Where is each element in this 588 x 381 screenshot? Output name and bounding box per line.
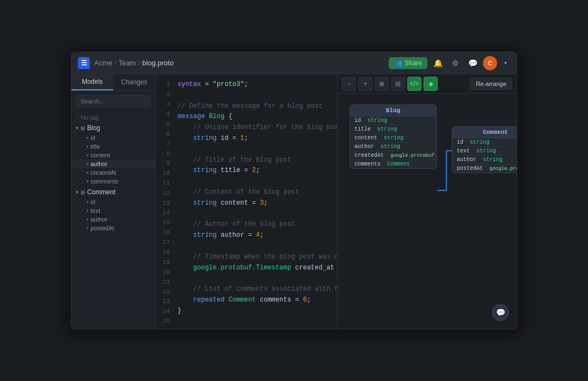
comment-field-text[interactable]: ▪text <box>71 206 155 215</box>
comment-field-author[interactable]: ▪author <box>71 215 155 224</box>
diagram-canvas: Blog id string title string content stri… <box>338 94 517 329</box>
blog-entity[interactable]: Blog id string title string content stri… <box>350 105 437 169</box>
code-line-16 <box>177 241 337 252</box>
main-content: Models Changes No tag ▾ ⊞ Blog <box>71 74 517 329</box>
code-line-5: // Unique identifier for the blog post <box>177 122 337 133</box>
comment-group-header[interactable]: ▾ ⊞ Comment <box>71 187 155 198</box>
code-line-20: // List of comments associated with the … <box>177 284 337 295</box>
code-line-6: string id = 1; <box>177 133 337 144</box>
code-line-12: string content = 3; <box>177 198 337 209</box>
chat-icon: 💬 <box>468 59 477 67</box>
code-line-22: } <box>177 306 337 317</box>
tab-changes[interactable]: Changes <box>113 74 155 90</box>
code-view-button[interactable]: </> <box>407 77 421 91</box>
avatar-button[interactable]: C <box>483 56 497 70</box>
grid-button[interactable]: ⊞ <box>391 77 405 91</box>
blog-entity-title: Blog <box>350 105 436 116</box>
comment-arrow-icon: ▾ <box>76 189 78 195</box>
comment-row-id: id string <box>452 138 517 147</box>
blog-field-created-at[interactable]: ▪createdAt <box>71 168 155 177</box>
field-icon: ▪ <box>87 199 88 205</box>
field-icon: ▪ <box>87 179 88 184</box>
blog-row-id: id string <box>350 116 436 125</box>
logo-icon: ☰ <box>78 57 90 69</box>
comment-row-author: author string <box>452 156 517 164</box>
code-line-18: google.protobuf.Timestamp created_at = 5… <box>177 263 337 274</box>
search-input[interactable] <box>76 95 151 107</box>
notification-button[interactable]: 🔔 <box>431 56 445 70</box>
breadcrumb-team[interactable]: Team <box>119 59 136 67</box>
no-tag-label: No tag <box>81 114 98 121</box>
sidebar-tabs: Models Changes <box>71 74 155 91</box>
code-editor[interactable]: 12345 678910 1112131415 1617181920 21222… <box>156 74 337 329</box>
comment-table-icon: ⊞ <box>81 189 85 195</box>
sidebar-tree: No tag ▾ ⊞ Blog ▪id ▪title ▪content ▪aut… <box>71 112 155 329</box>
code-line-23 <box>177 317 337 328</box>
share-button[interactable]: 👥 Share <box>389 57 427 69</box>
field-icon: ▪ <box>87 208 88 213</box>
blog-group-header[interactable]: ▾ ⊞ Blog <box>71 122 155 133</box>
blog-row-content: content string <box>350 134 436 143</box>
code-line-13 <box>177 209 337 220</box>
diagram-view-button[interactable]: ◈ <box>424 77 438 91</box>
avatar-char: C <box>488 60 492 66</box>
blog-field-author[interactable]: ▪author <box>71 159 155 168</box>
blog-field-title[interactable]: ▪title <box>71 142 155 151</box>
field-icon: ▪ <box>87 152 88 158</box>
blog-field-content[interactable]: ▪content <box>71 151 155 159</box>
code-line-9: string title = 2; <box>177 165 337 176</box>
blog-group: ▾ ⊞ Blog ▪id ▪title ▪content ▪author ▪cr… <box>71 122 155 186</box>
code-lines: syntax = "proto3"; // Define the message… <box>173 74 337 329</box>
blog-row-title: title string <box>350 125 436 134</box>
code-line-19 <box>177 273 337 284</box>
code-line-21: repeated Comment comments = 6; <box>177 295 337 306</box>
code-line-2 <box>177 90 337 101</box>
zoom-in-button[interactable]: + <box>358 77 372 91</box>
code-line-14: // Author of the blog post <box>177 219 337 230</box>
code-line-1: syntax = "proto3"; <box>177 79 337 90</box>
tab-models[interactable]: Models <box>71 74 113 90</box>
code-content: 12345 678910 1112131415 1617181920 21222… <box>156 74 337 329</box>
comment-field-id[interactable]: ▪id <box>71 198 155 206</box>
chat-fab-button[interactable]: 💬 <box>492 304 509 321</box>
field-icon: ▪ <box>87 144 88 149</box>
blog-field-comments[interactable]: ▪comments <box>71 177 155 186</box>
blog-row-comments: comments Comment <box>350 160 436 168</box>
topbar-left: ☰ Acme / Team / blog.proto <box>78 57 174 69</box>
blog-row-author: author string <box>350 143 436 151</box>
comment-row-text: text string <box>452 147 517 156</box>
chat-button[interactable]: 💬 <box>465 56 480 70</box>
comment-field-posted-at[interactable]: ▪postedAt <box>71 224 155 232</box>
breadcrumb-sep1: / <box>114 59 117 67</box>
menu-chevron-button[interactable]: ▾ <box>500 56 510 70</box>
settings-icon: ⚙ <box>452 59 459 67</box>
line-numbers: 12345 678910 1112131415 1617181920 21222… <box>156 74 173 329</box>
settings-button[interactable]: ⚙ <box>448 56 462 70</box>
comment-label: Comment <box>87 188 115 196</box>
code-line-4: message Blog { <box>177 112 337 122</box>
code-line-17: // Timestamp when the blog post was crea… <box>177 252 337 263</box>
comment-row-posted-at: postedAt google.protobuf.Timestamp <box>452 164 517 173</box>
blog-field-id[interactable]: ▪id <box>71 133 155 142</box>
fit-button[interactable]: ⊕ <box>375 77 389 91</box>
app-window: ☰ Acme / Team / blog.proto 👥 Share 🔔 <box>71 52 517 329</box>
share-label: Share <box>405 59 422 67</box>
bell-icon: 🔔 <box>433 59 443 67</box>
code-line-3: // Define the message for a blog post <box>177 101 337 112</box>
no-tag-item[interactable]: No tag <box>71 113 155 122</box>
breadcrumb-org[interactable]: Acme <box>94 59 112 67</box>
code-line-8: // Title of the blog post <box>177 155 337 166</box>
field-icon: ▪ <box>87 217 88 222</box>
comment-entity[interactable]: Comment id string text string author str… <box>452 126 517 173</box>
blog-label: Blog <box>87 124 100 132</box>
code-line-10 <box>177 176 337 187</box>
breadcrumb-file[interactable]: blog.proto <box>142 59 174 67</box>
field-icon: ▪ <box>87 161 88 167</box>
diagram-panel: − + ⊕ ⊞ </> ◈ Re-arrange <box>337 74 517 329</box>
rearrange-button[interactable]: Re-arrange <box>470 78 512 90</box>
diagram-toolbar: − + ⊕ ⊞ </> ◈ Re-arrange <box>338 74 517 94</box>
topbar: ☰ Acme / Team / blog.proto 👥 Share 🔔 <box>71 52 517 74</box>
zoom-out-button[interactable]: − <box>342 77 356 91</box>
blog-arrow-icon: ▾ <box>76 125 78 131</box>
chat-fab-icon: 💬 <box>496 308 505 317</box>
